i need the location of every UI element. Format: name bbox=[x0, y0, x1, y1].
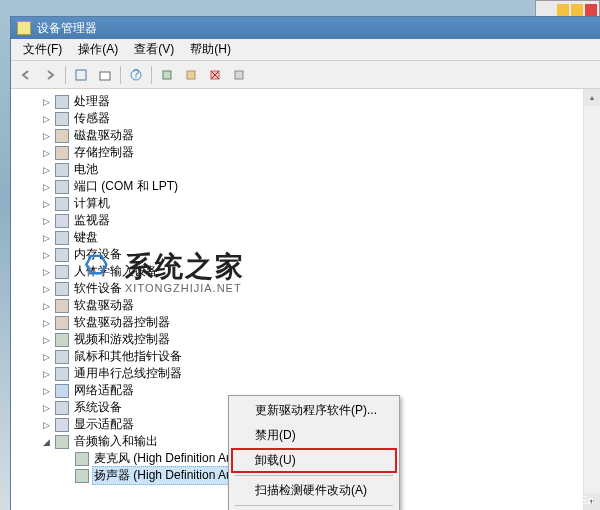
tree-expander-icon[interactable]: ▷ bbox=[41, 113, 52, 124]
tree-item-label[interactable]: 磁盘驱动器 bbox=[72, 127, 136, 144]
tree-row[interactable]: ▷计算机 bbox=[17, 195, 582, 212]
tree-expander-icon[interactable]: ▷ bbox=[41, 130, 52, 141]
tree-expander-icon[interactable]: ▷ bbox=[41, 266, 52, 277]
vertical-scrollbar[interactable]: ▴ ▾ bbox=[583, 89, 600, 510]
tree-row[interactable]: ▷软盘驱动器 bbox=[17, 297, 582, 314]
tree-expander-icon[interactable]: ▷ bbox=[41, 181, 52, 192]
tree-row[interactable]: ▷软盘驱动器控制器 bbox=[17, 314, 582, 331]
tree-expander-icon[interactable]: ◢ bbox=[41, 436, 52, 447]
tree-row[interactable]: ▷视频和游戏控制器 bbox=[17, 331, 582, 348]
tree-item-label[interactable]: 软件设备 bbox=[72, 280, 124, 297]
tool-properties[interactable] bbox=[94, 64, 116, 86]
ctx-scan-hardware[interactable]: 扫描检测硬件改动(A) bbox=[231, 478, 397, 503]
toolbar: ? bbox=[11, 61, 600, 89]
tool-forward[interactable] bbox=[39, 64, 61, 86]
tree-row[interactable]: ▷处理器 bbox=[17, 93, 582, 110]
tree-item-label[interactable]: 系统设备 bbox=[72, 399, 124, 416]
tree-expander-icon[interactable]: ▷ bbox=[41, 232, 52, 243]
tool-show-hide[interactable] bbox=[70, 64, 92, 86]
tree-item-label[interactable]: 计算机 bbox=[72, 195, 112, 212]
tree-row[interactable]: ▷内存设备 bbox=[17, 246, 582, 263]
tree-row[interactable]: ▷传感器 bbox=[17, 110, 582, 127]
tree-item-label[interactable]: 显示适配器 bbox=[72, 416, 136, 433]
tree-item-label[interactable]: 处理器 bbox=[72, 93, 112, 110]
tree-expander-icon[interactable]: ▷ bbox=[41, 368, 52, 379]
ctx-update-driver[interactable]: 更新驱动程序软件(P)... bbox=[231, 398, 397, 423]
tree-row[interactable]: ▷存储控制器 bbox=[17, 144, 582, 161]
tree-row[interactable]: ▷人体学输入设备 bbox=[17, 263, 582, 280]
svg-rect-4 bbox=[163, 71, 171, 79]
tree-item-label[interactable]: 传感器 bbox=[72, 110, 112, 127]
tree-expander-icon[interactable]: ▷ bbox=[41, 215, 52, 226]
device-icon bbox=[55, 248, 69, 262]
tree-item-label[interactable]: 网络适配器 bbox=[72, 382, 136, 399]
device-icon bbox=[55, 333, 69, 347]
tree-item-label[interactable]: 端口 (COM 和 LPT) bbox=[72, 178, 180, 195]
menu-file[interactable]: 文件(F) bbox=[15, 39, 70, 60]
ctx-disable[interactable]: 禁用(D) bbox=[231, 423, 397, 448]
tree-row[interactable]: ▷键盘 bbox=[17, 229, 582, 246]
tree-expander-icon[interactable]: ▷ bbox=[41, 147, 52, 158]
ctx-uninstall[interactable]: 卸载(U) bbox=[231, 448, 397, 473]
svg-rect-1 bbox=[100, 72, 110, 80]
device-icon bbox=[55, 231, 69, 245]
tree-expander-icon[interactable]: ▷ bbox=[41, 351, 52, 362]
tree-item-label[interactable]: 软盘驱动器控制器 bbox=[72, 314, 172, 331]
device-icon bbox=[55, 299, 69, 313]
tree-row[interactable]: ▷鼠标和其他指针设备 bbox=[17, 348, 582, 365]
tree-expander-icon[interactable]: ▷ bbox=[41, 283, 52, 294]
tool-update[interactable] bbox=[180, 64, 202, 86]
tool-scan[interactable] bbox=[156, 64, 178, 86]
scroll-up-button[interactable]: ▴ bbox=[584, 89, 600, 106]
tree-expander-icon[interactable]: ▷ bbox=[41, 317, 52, 328]
tree-expander-icon[interactable]: ▷ bbox=[41, 96, 52, 107]
tree-expander-icon[interactable]: ▷ bbox=[41, 385, 52, 396]
bg-btn-3 bbox=[585, 4, 597, 16]
tree-item-label[interactable]: 软盘驱动器 bbox=[72, 297, 136, 314]
device-icon bbox=[75, 452, 89, 466]
device-icon bbox=[55, 163, 69, 177]
menu-view[interactable]: 查看(V) bbox=[126, 39, 182, 60]
tree-row[interactable]: ▷磁盘驱动器 bbox=[17, 127, 582, 144]
tree-expander-icon[interactable]: ▷ bbox=[41, 164, 52, 175]
svg-rect-5 bbox=[187, 71, 195, 79]
tree-row[interactable]: ▷监视器 bbox=[17, 212, 582, 229]
tool-disable[interactable] bbox=[228, 64, 250, 86]
device-icon bbox=[55, 146, 69, 160]
menu-action[interactable]: 操作(A) bbox=[70, 39, 126, 60]
tree-item-label[interactable]: 人体学输入设备 bbox=[72, 263, 160, 280]
device-icon bbox=[55, 95, 69, 109]
tool-uninstall[interactable] bbox=[204, 64, 226, 86]
tree-item-label[interactable]: 鼠标和其他指针设备 bbox=[72, 348, 184, 365]
device-icon bbox=[55, 265, 69, 279]
tree-row[interactable]: ▷软件设备 bbox=[17, 280, 582, 297]
tree-expander-icon bbox=[61, 470, 72, 481]
toolbar-separator bbox=[120, 66, 121, 84]
tree-item-label[interactable]: 键盘 bbox=[72, 229, 100, 246]
tree-item-label[interactable]: 通用串行总线控制器 bbox=[72, 365, 184, 382]
tree-expander-icon[interactable]: ▷ bbox=[41, 419, 52, 430]
tree-expander-icon[interactable]: ▷ bbox=[41, 402, 52, 413]
tree-item-label[interactable]: 存储控制器 bbox=[72, 144, 136, 161]
tree-expander-icon[interactable]: ▷ bbox=[41, 249, 52, 260]
tree-item-label[interactable]: 音频输入和输出 bbox=[72, 433, 160, 450]
bg-btn-1 bbox=[557, 4, 569, 16]
tree-row[interactable]: ▷电池 bbox=[17, 161, 582, 178]
tree-expander-icon[interactable]: ▷ bbox=[41, 300, 52, 311]
tree-expander-icon[interactable]: ▷ bbox=[41, 198, 52, 209]
tree-expander-icon[interactable]: ▷ bbox=[41, 334, 52, 345]
tree-item-label[interactable]: 电池 bbox=[72, 161, 100, 178]
device-icon bbox=[55, 112, 69, 126]
tool-help[interactable]: ? bbox=[125, 64, 147, 86]
svg-rect-9 bbox=[235, 71, 243, 79]
tree-item-label[interactable]: 内存设备 bbox=[72, 246, 124, 263]
tree-row[interactable]: ▷通用串行总线控制器 bbox=[17, 365, 582, 382]
toolbar-separator bbox=[65, 66, 66, 84]
menu-help[interactable]: 帮助(H) bbox=[182, 39, 239, 60]
tree-item-label[interactable]: 监视器 bbox=[72, 212, 112, 229]
titlebar[interactable]: 设备管理器 bbox=[11, 17, 600, 39]
tree-item-label[interactable]: 视频和游戏控制器 bbox=[72, 331, 172, 348]
tree-row[interactable]: ▷端口 (COM 和 LPT) bbox=[17, 178, 582, 195]
device-icon bbox=[55, 197, 69, 211]
tool-back[interactable] bbox=[15, 64, 37, 86]
